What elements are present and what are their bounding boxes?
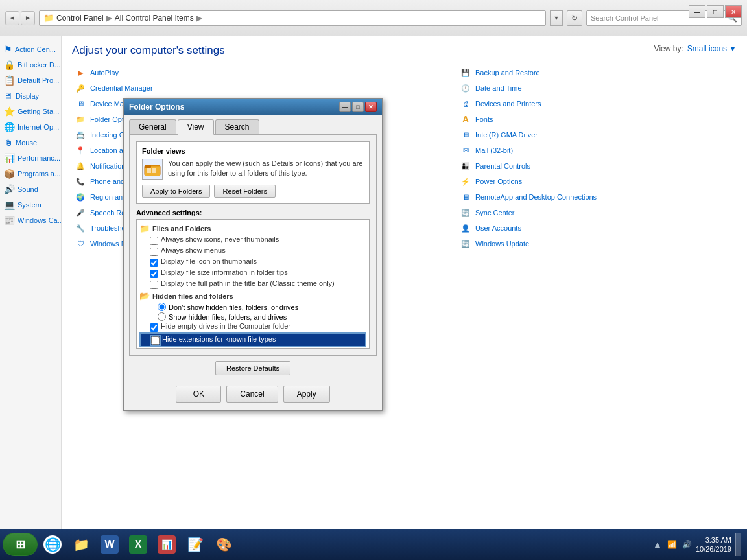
- cp-item-fonts[interactable]: A Fonts: [457, 111, 599, 127]
- taskbar-spreadsheet[interactable]: 📊: [153, 533, 180, 556]
- cp-item-date-time[interactable]: 🕐 Date and Time: [457, 80, 599, 96]
- reset-folders-button[interactable]: Reset Folders: [214, 185, 275, 198]
- autoplay-icon: ▶: [75, 67, 86, 78]
- cp-item-credential-manager[interactable]: 🔑 Credential Manager: [72, 80, 305, 96]
- address-bar[interactable]: 📁 Control Panel ▶ All Control Panel Item…: [39, 10, 546, 26]
- taskbar-explorer[interactable]: 📁: [67, 533, 95, 556]
- adv-item-file-size-info[interactable]: Display file size information in folder …: [139, 268, 366, 279]
- cp-item-parental-controls[interactable]: 👨‍👧 Parental Controls: [457, 158, 599, 174]
- window-controls: — □ ✕: [689, 5, 742, 18]
- refresh-button[interactable]: ↻: [567, 10, 582, 26]
- adv-item-always-icons[interactable]: Always show icons, never thumbnails: [139, 235, 366, 246]
- adv-item-always-menus[interactable]: Always show menus: [139, 246, 366, 257]
- svg-rect-4: [152, 168, 156, 173]
- cp-item-mail[interactable]: ✉ Mail (32-bit): [457, 143, 599, 158]
- sidebar-item-display[interactable]: 🖥 Display: [0, 88, 61, 104]
- system-tray: ▲ 📶 🔊: [653, 539, 692, 550]
- adv-item-hide-empty-drives[interactable]: Hide empty drives in the Computer folder: [139, 321, 366, 332]
- address-dropdown[interactable]: ▼: [550, 10, 563, 26]
- sidebar-item-sound[interactable]: 🔊 Sound: [0, 181, 61, 197]
- view-by-value[interactable]: Small icons ▼: [687, 44, 737, 53]
- adv-checkbox-always-icons[interactable]: [150, 237, 158, 245]
- folder-views-section: Folder views You can apply the view: [136, 141, 370, 204]
- location-sensors-icon: 📍: [75, 145, 86, 156]
- adv-radio-show-hidden[interactable]: Show hidden files, folders, and drives: [139, 312, 366, 321]
- sidebar-item-programs[interactable]: 📦 Programs a...: [0, 166, 61, 181]
- adv-item-hide-extensions[interactable]: Hide extensions for known file types: [139, 332, 366, 347]
- taskbar-task-manager[interactable]: 📝: [182, 533, 209, 556]
- clock[interactable]: 3:35 AM 10/26/2019: [696, 535, 731, 554]
- dialog-maximize-button[interactable]: □: [352, 102, 364, 112]
- tab-general[interactable]: General: [129, 119, 176, 134]
- adv-item-full-path-title[interactable]: Display the full path in the title bar (…: [139, 279, 366, 290]
- sidebar-item-default-programs[interactable]: 📋 Default Pro...: [0, 73, 61, 88]
- adv-item-file-icon-thumbnails[interactable]: Display file icon on thumbnails: [139, 257, 366, 268]
- close-button[interactable]: ✕: [725, 5, 742, 18]
- adv-radio-dont-show-hidden[interactable]: Don't show hidden files, folders, or dri…: [139, 302, 366, 312]
- cp-item-autoplay[interactable]: ▶ AutoPlay: [72, 65, 305, 80]
- folder-options-dialog: Folder Options — □ ✕ General View Search…: [123, 98, 383, 411]
- sidebar-item-system[interactable]: 💻 System: [0, 197, 61, 213]
- cp-item-backup-restore[interactable]: 💾 Backup and Restore: [457, 65, 599, 80]
- taskbar-chrome[interactable]: 🌐: [39, 533, 66, 556]
- maximize-button[interactable]: □: [707, 5, 724, 18]
- forward-button[interactable]: ►: [21, 11, 35, 25]
- dialog-titlebar: Folder Options — □ ✕: [124, 99, 382, 115]
- sidebar-item-internet-options[interactable]: 🌐 Internet Op...: [0, 119, 61, 135]
- adv-checkbox-always-menus[interactable]: [150, 248, 158, 256]
- adv-checkbox-full-path-title[interactable]: [150, 281, 158, 289]
- dialog-bottom: Restore Defaults: [124, 356, 382, 380]
- dialog-titlebar-buttons: — □ ✕: [339, 102, 377, 112]
- adv-checkbox-file-size-info[interactable]: [150, 270, 158, 278]
- dialog-close-button[interactable]: ✕: [365, 102, 377, 112]
- system-icon: 💻: [4, 200, 15, 210]
- cp-item-intel-gma[interactable]: 🖥 Intel(R) GMA Driver: [457, 127, 599, 143]
- advanced-settings-list[interactable]: 📁 Files and Folders Always show icons, n…: [136, 219, 370, 349]
- cancel-button[interactable]: Cancel: [226, 386, 278, 402]
- taskbar-word[interactable]: W: [96, 533, 123, 556]
- ok-button[interactable]: OK: [176, 386, 221, 402]
- adv-checkbox-hide-extensions[interactable]: [151, 336, 160, 345]
- main-content: ⚑ Action Cen... 🔒 BitLocker D... 📋 Defau…: [0, 36, 747, 529]
- apply-button[interactable]: Apply: [283, 386, 330, 402]
- adv-subgroup-icon: 📂: [139, 291, 150, 301]
- sidebar-item-mouse[interactable]: 🖱 Mouse: [0, 135, 61, 150]
- sidebar-item-bitlocker[interactable]: 🔒 BitLocker D...: [0, 57, 61, 73]
- sidebar-item-performance[interactable]: 📊 Performanc...: [0, 150, 61, 166]
- spreadsheet-icon: 📊: [158, 535, 176, 554]
- cp-item-devices-printers[interactable]: 🖨 Devices and Printers: [457, 96, 599, 111]
- date-time-icon: 🕐: [460, 82, 471, 94]
- back-button[interactable]: ◄: [5, 11, 19, 25]
- apply-to-folders-button[interactable]: Apply to Folders: [142, 185, 210, 198]
- adv-item-hide-protected[interactable]: Hide protected operating system files (R…: [139, 347, 366, 349]
- cp-item-remoteapp[interactable]: 🖥 RemoteApp and Desktop Connections: [457, 189, 599, 205]
- taskbar-excel[interactable]: X: [124, 533, 152, 556]
- sidebar-item-getting-started[interactable]: ⭐ Getting Sta...: [0, 104, 61, 119]
- content-area: Adjust your computer's settings View by:…: [62, 36, 747, 529]
- tab-search[interactable]: Search: [215, 119, 259, 134]
- cp-item-user-accounts[interactable]: 👤 User Accounts: [457, 220, 599, 236]
- folder-views-content: You can apply the view (such as Details …: [142, 159, 364, 180]
- minimize-button[interactable]: —: [689, 5, 706, 18]
- default-programs-icon: 📋: [4, 75, 15, 86]
- start-button[interactable]: ⊞: [3, 533, 38, 556]
- sidebar-item-label: Performanc...: [18, 154, 60, 162]
- show-desktop-button[interactable]: [735, 533, 741, 556]
- taskbar-paint[interactable]: 🎨: [210, 533, 237, 556]
- mail-icon: ✉: [460, 145, 471, 156]
- fonts-icon: A: [460, 113, 471, 125]
- performance-icon: 📊: [4, 153, 15, 163]
- tab-view[interactable]: View: [178, 119, 214, 135]
- adv-radio-show-input[interactable]: [158, 312, 166, 321]
- sidebar-item-windows-cardspace[interactable]: 📰 Windows Ca...: [0, 213, 61, 228]
- sidebar-item-action-center[interactable]: ⚑ Action Cen...: [0, 41, 61, 57]
- adv-checkbox-hide-empty-drives[interactable]: [150, 323, 158, 332]
- restore-defaults-button[interactable]: Restore Defaults: [215, 361, 290, 375]
- cp-item-sync-center[interactable]: 🔄 Sync Center: [457, 205, 599, 220]
- cp-item-windows-update[interactable]: 🔄 Windows Update: [457, 236, 599, 251]
- cp-item-power-options[interactable]: ⚡ Power Options: [457, 174, 599, 189]
- dialog-minimize-button[interactable]: —: [339, 102, 351, 112]
- adv-radio-dont-show-input[interactable]: [158, 303, 166, 311]
- adv-checkbox-file-icon-thumbnails[interactable]: [150, 259, 158, 267]
- adv-subgroup-hidden-files: 📂 Hidden files and folders: [139, 290, 366, 302]
